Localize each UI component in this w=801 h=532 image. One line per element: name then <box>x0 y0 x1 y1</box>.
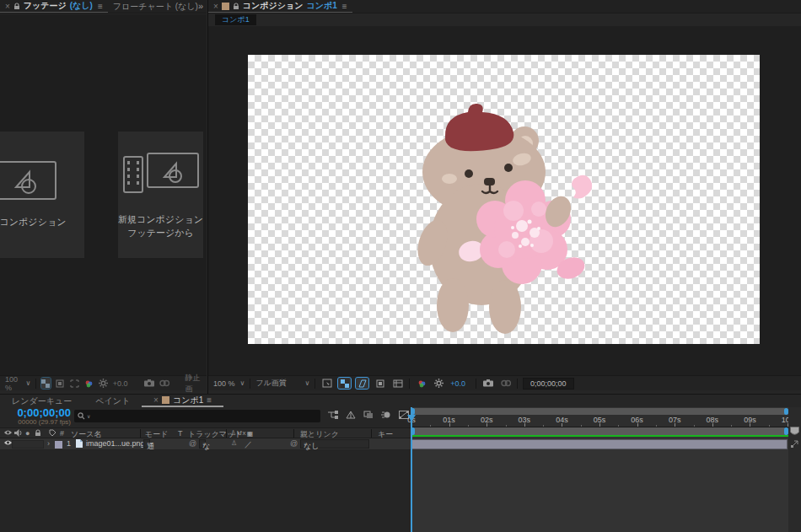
new-composition-from-footage-button[interactable]: 新規コンポジションフッテージから <box>118 132 203 258</box>
parent-select[interactable]: なし∨ <box>300 439 369 449</box>
tab-flowchart[interactable]: フローチャート (なし) <box>108 0 203 13</box>
bear-illustration <box>397 84 599 337</box>
current-time-display[interactable]: 0;00;00;00 00000 (29.97 fps) <box>2 407 71 426</box>
resolution-select[interactable]: フル画質 <box>255 378 299 389</box>
blend-mode-select[interactable]: 通常∨ <box>143 439 150 449</box>
layer-shy-toggle[interactable]: ♙ <box>231 439 237 447</box>
mask-visibility-icon[interactable] <box>56 378 65 389</box>
footage-zoom-select[interactable]: 100 % <box>5 375 20 392</box>
lock-icon <box>233 3 239 10</box>
tab-flowchart-label: フローチャート (なし) <box>113 1 198 13</box>
chevron-down-icon: ∨ <box>240 379 245 387</box>
timeline-view-options <box>327 411 409 419</box>
comp-marker-bin-icon[interactable] <box>790 427 799 437</box>
snapshot-camera-icon[interactable] <box>144 378 154 389</box>
layer-label-swatch[interactable] <box>55 441 62 449</box>
snapshot-camera-icon[interactable] <box>481 378 494 389</box>
playhead-handle[interactable] <box>407 415 416 422</box>
timeline-body: 0;00;00;00 00000 (29.97 fps) ∨ <box>0 407 801 532</box>
guides-rulers-icon[interactable] <box>391 378 404 389</box>
show-snapshot-icon[interactable] <box>159 378 169 389</box>
time-ruler[interactable]: 0s01s02s03s04s05s06s07s08s09s10s <box>411 415 788 427</box>
layer-expander-icon[interactable]: › <box>47 439 50 448</box>
cached-frames-indicator <box>411 435 788 437</box>
chevron-down-icon: ∨ <box>304 379 309 387</box>
layer-track-lane[interactable] <box>411 438 788 450</box>
comp-zoom-select[interactable]: 100 % <box>213 379 235 388</box>
new-composition-from-footage-label: 新規コンポジションフッテージから <box>118 212 203 240</box>
chevron-down-icon: ∨ <box>87 413 90 419</box>
exposure-gear-icon[interactable] <box>433 378 445 389</box>
viewer-tab-comp1[interactable]: コンポ1 <box>215 14 256 25</box>
lock-icon <box>13 3 20 10</box>
transparency-grid-icon[interactable] <box>41 378 51 389</box>
region-of-interest-icon[interactable] <box>70 378 79 389</box>
footage-panel-toolbar: 100 % ∨ +0.0 静 <box>0 375 207 390</box>
selection-preview-icon[interactable] <box>320 378 333 389</box>
draft-3d-icon[interactable] <box>346 411 356 419</box>
panel-menu-icon[interactable]: ≡ <box>98 2 103 11</box>
tab-paint[interactable]: ペイント <box>83 395 142 407</box>
composition-panel: × コンポジション コンポ1 ≡ コンポ1 <box>207 0 801 394</box>
frames-fps-readout: 00000 (29.97 fps) <box>2 418 71 426</box>
timeline-left-pane: 0;00;00;00 00000 (29.97 fps) ∨ <box>0 407 411 532</box>
footage-panel-body: 新規コンポジション 新規コンポジションフッテージから <box>0 14 207 375</box>
time-navigator-bar[interactable] <box>411 408 788 415</box>
parent-pickwhip-icon[interactable]: @ <box>290 439 298 448</box>
panel-menu-icon[interactable]: ≡ <box>342 2 347 11</box>
tab-timeline-comp1[interactable]: × コンポ1 ≡ <box>142 395 223 407</box>
frame-blending-icon[interactable] <box>363 411 374 419</box>
work-area-bar[interactable] <box>411 427 788 435</box>
layer-row[interactable]: › 1 image01...ue.png 通常∨ @ なし∨ ♙ ／ <box>0 438 411 450</box>
tab-composition-name: コンポ1 <box>306 0 336 12</box>
composition-from-footage-icon <box>122 150 200 197</box>
footage-panel-tabbar: × フッテージ (なし) ≡ フローチャート (なし) » <box>0 0 207 13</box>
channel-settings-icon[interactable] <box>84 378 94 389</box>
search-icon <box>78 412 85 420</box>
show-snapshot-icon[interactable] <box>499 378 512 389</box>
timeline-panel: レンダーキュー ペイント × コンポ1 ≡ 0;00;00;00 00000 (… <box>0 394 801 532</box>
transparent-comp-canvas[interactable] <box>248 55 760 344</box>
tab-footage[interactable]: × フッテージ (なし) ≡ <box>0 0 108 13</box>
new-composition-label: 新規コンポジション <box>0 215 66 229</box>
tab-composition-label: コンポジション <box>243 0 304 12</box>
channel-settings-icon[interactable] <box>415 378 427 389</box>
layer-duration-bar[interactable] <box>411 439 788 449</box>
new-composition-button[interactable]: 新規コンポジション <box>0 132 84 258</box>
close-icon[interactable]: × <box>153 395 159 405</box>
video-column-icon <box>3 429 13 436</box>
comp-exposure-value[interactable]: +0.0 <box>450 379 465 388</box>
tab-render-queue[interactable]: レンダーキュー <box>0 395 83 407</box>
transparency-grid-icon[interactable] <box>338 378 351 389</box>
track-matte-pickwhip-icon[interactable]: @ <box>189 439 196 448</box>
close-icon[interactable]: × <box>5 2 10 11</box>
footage-exposure-value[interactable]: +0.0 <box>113 379 128 388</box>
comp-button-icon[interactable] <box>791 440 798 448</box>
timeline-tabbar: レンダーキュー ペイント × コンポ1 ≡ <box>0 395 801 407</box>
comp-timecode[interactable]: 0;00;00;00 <box>523 378 574 390</box>
layer-list-empty-area[interactable] <box>0 450 411 532</box>
preserve-transparency-column-header[interactable]: T <box>178 429 183 438</box>
footage-panel: × フッテージ (なし) ≡ フローチャート (なし) » <box>0 0 207 394</box>
label-column-icon <box>49 429 56 437</box>
composition-icon <box>0 161 56 200</box>
chevron-down-icon: ∨ <box>25 379 30 387</box>
tab-footage-label: フッテージ <box>24 0 67 12</box>
exposure-gear-icon[interactable] <box>99 378 108 389</box>
track-matte-select[interactable]: なし∨ <box>199 439 206 449</box>
comp-mini-flowchart-icon[interactable] <box>327 411 338 419</box>
timeline-search-box[interactable]: ∨ <box>74 410 320 422</box>
tab-composition[interactable]: × コンポジション コンポ1 ≡ <box>208 0 352 13</box>
tab-footage-suffix: (なし) <box>70 0 93 12</box>
layer-quality-toggle[interactable]: ／ <box>245 439 252 450</box>
region-of-interest-icon[interactable] <box>374 378 386 389</box>
layer-source-name[interactable]: image01...ue.png <box>86 439 145 448</box>
close-icon[interactable]: × <box>213 2 218 11</box>
mask-visibility-icon[interactable] <box>356 378 368 389</box>
tab-overflow-icon[interactable]: » <box>198 1 203 11</box>
composition-viewer[interactable] <box>208 26 801 375</box>
motion-blur-icon[interactable] <box>381 411 391 419</box>
playhead-line[interactable] <box>411 407 412 532</box>
layer-toggle-cells[interactable] <box>12 440 44 449</box>
panel-menu-icon[interactable]: ≡ <box>207 395 212 405</box>
